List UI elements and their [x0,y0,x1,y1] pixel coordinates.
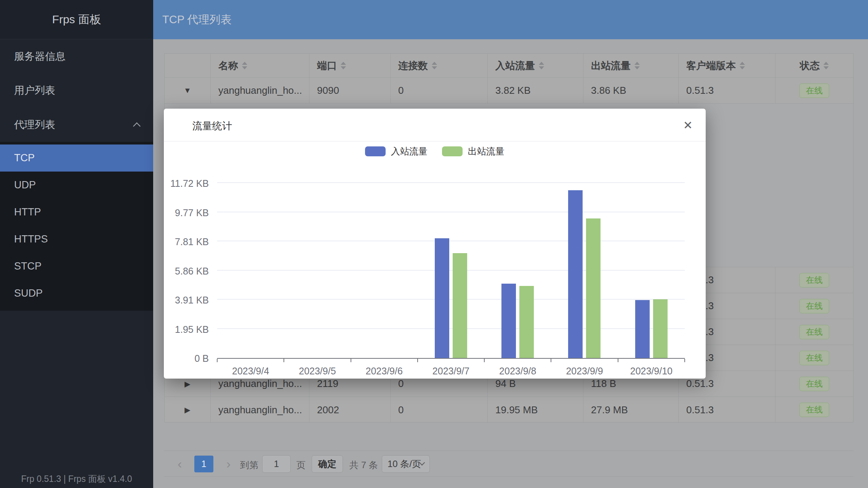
chart-legend: 入站流量 出站流量 [164,145,706,157]
close-icon[interactable]: ✕ [683,119,693,132]
column-header-client-version[interactable]: 客户端版本 [679,54,775,77]
expand-row-icon[interactable]: ▶ [184,405,190,414]
x-axis-tick [283,359,284,362]
column-label: 出站流量 [591,59,631,72]
legend-label: 入站流量 [391,145,428,157]
submenu-label: TCP [14,152,35,164]
sort-icon[interactable] [823,62,829,69]
column-header-port[interactable]: 端口 [309,54,391,77]
submenu-item-udp[interactable]: UDP [0,172,153,199]
y-tick-label: 11.72 KB [164,178,209,189]
submenu-label: UDP [14,179,36,191]
app-root: Frps 面板 服务器信息 用户列表 代理列表 TCP UDP HTTP HTT… [0,0,868,488]
page-size-value: 10 条/页 [388,458,421,470]
column-label: 状态 [800,59,820,72]
submenu-item-http[interactable]: HTTP [0,199,153,226]
submenu-item-tcp[interactable]: TCP [0,144,153,172]
status-badge: 在线 [799,299,829,313]
submenu-item-stcp[interactable]: STCP [0,253,153,280]
prev-page-button[interactable]: ‹ [178,456,182,471]
gridline [217,299,685,300]
column-label: 入站流量 [495,59,535,72]
y-tick-label: 0 B [164,353,209,364]
column-header-traffic-out[interactable]: 出站流量 [583,54,679,77]
goto-page-input[interactable] [262,455,291,473]
sidebar-item-label: 服务器信息 [14,50,66,63]
total-count-label: 共 7 条 [349,459,378,471]
x-tick-label: 2023/9/4 [232,366,269,377]
y-tick-label: 5.86 KB [164,266,209,277]
legend-label: 出站流量 [468,145,504,157]
sidebar-header: Frps 面板 [0,0,153,39]
y-tick-label: 3.91 KB [164,295,209,306]
page-unit-label: 页 [296,459,306,471]
proxy-port: 9090 [309,78,391,103]
column-header-status[interactable]: 状态 [775,54,853,77]
next-page-button[interactable]: › [226,456,231,471]
sidebar-item-proxy-list[interactable]: 代理列表 [0,108,153,142]
legend-item-traffic-out[interactable]: 出站流量 [442,145,504,157]
submenu-item-sudp[interactable]: SUDP [0,280,153,307]
table-row[interactable]: ▶ yanghuanglin_ho... 2002 0 19.95 MB 27.… [165,397,853,423]
page-1-button[interactable]: 1 [194,456,213,472]
table-header-row: 名称 端口 连接数 入站流量 出站流量 客户端版本 状态 [165,54,853,78]
confirm-button[interactable]: 确定 [312,455,343,473]
submenu-label: SUDP [14,287,43,299]
legend-item-traffic-in[interactable]: 入站流量 [365,145,428,157]
table-row[interactable]: ▼ yanghuanglin_ho... 9090 0 3.82 KB 3.86… [165,78,853,104]
app-title: Frps 面板 [52,12,101,27]
bar-出站流量-2023/9/10 [653,299,668,358]
chart-y-axis-labels: 0 B1.95 KB3.91 KB5.86 KB7.81 KB9.77 KB11… [164,184,209,359]
collapse-row-icon[interactable]: ▼ [184,86,191,95]
sort-icon[interactable] [242,62,247,69]
pagination-bar: ‹ 1 › 到第 页 确定 共 7 条 10 条/页 [164,451,854,477]
version-footer: Frp 0.51.3 | Frps 面板 v1.4.0 [0,473,153,485]
sidebar-item-server-info[interactable]: 服务器信息 [0,39,153,74]
sort-icon[interactable] [539,62,544,69]
status-badge: 在线 [799,83,829,98]
column-header-name[interactable]: 名称 [211,54,309,77]
y-tick-label: 7.81 KB [164,236,209,247]
sidebar: Frps 面板 服务器信息 用户列表 代理列表 TCP UDP HTTP HTT… [0,0,153,488]
submenu-item-https[interactable]: HTTPS [0,226,153,253]
y-tick-label: 9.77 KB [164,207,209,218]
submenu-label: HTTP [14,206,41,218]
submenu-label: HTTPS [14,233,48,245]
legend-swatch-blue [365,146,386,156]
bar-出站流量-2023/9/7 [453,253,467,358]
page-size-select[interactable]: 10 条/页 [382,455,430,473]
client-version: 0.51.3 [679,397,775,423]
traffic-stats-dialog: 流量统计 ✕ 入站流量 出站流量 0 B1.95 KB3.91 KB5.86 K… [164,109,706,379]
column-label: 端口 [317,59,337,72]
sort-icon[interactable] [634,62,640,69]
proxy-name: yanghuanglin_ho... [211,78,309,103]
sidebar-item-label: 代理列表 [14,118,55,132]
client-version: 0.51.3 [679,78,775,103]
legend-swatch-green [442,146,463,156]
column-header-traffic-in[interactable]: 入站流量 [488,54,583,77]
x-tick-label: 2023/9/10 [630,366,673,377]
sort-icon[interactable] [432,62,437,69]
sidebar-item-label: 用户列表 [14,83,55,97]
gridline [217,212,685,212]
bar-入站流量-2023/9/9 [568,190,583,358]
x-tick-label: 2023/9/9 [566,366,603,377]
submenu-label: STCP [14,260,42,272]
proxy-submenu: TCP UDP HTTP HTTPS STCP SUDP [0,142,153,311]
x-axis-tick [417,359,418,362]
x-axis-tick [484,359,485,362]
x-tick-label: 2023/9/8 [499,366,536,377]
chevron-up-icon [133,122,141,130]
gridline [217,182,685,183]
expand-row-icon[interactable]: ▶ [184,379,190,388]
x-axis-tick [551,359,551,362]
x-axis-tick [217,359,218,362]
column-label: 客户端版本 [686,59,736,72]
sort-icon[interactable] [341,62,346,69]
bar-入站流量-2023/9/8 [501,284,516,358]
column-header-connections[interactable]: 连接数 [391,54,488,77]
x-axis-tick [684,359,685,362]
sidebar-item-user-list[interactable]: 用户列表 [0,73,153,108]
sort-icon[interactable] [740,62,745,69]
traffic-in: 19.95 MB [488,397,583,423]
